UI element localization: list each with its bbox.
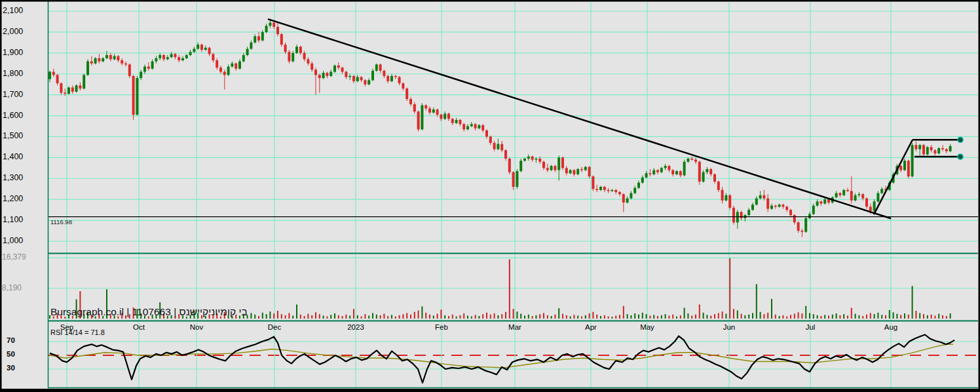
month-label: Dec: [268, 324, 281, 332]
price-axis-tick: 1,100: [3, 216, 23, 224]
price-axis-tick: 1,400: [3, 153, 23, 161]
price-axis-tick: 1,000: [3, 237, 23, 245]
volume-axis-tick: 16,379: [2, 253, 26, 261]
price-axis-tick: 1,900: [3, 49, 23, 57]
price-axis-tick: 2,000: [3, 28, 23, 36]
hline-value-label: 1116.98: [50, 219, 72, 225]
price-axis-tick: 1,500: [3, 132, 23, 140]
price-axis-tick: 1,300: [3, 174, 23, 182]
price-axis-tick: 1,800: [3, 69, 23, 78]
rsi-axis-tick: 50: [7, 351, 15, 359]
month-label: Feb: [435, 324, 448, 332]
month-label: Mar: [508, 324, 521, 332]
month-label: Aug: [884, 324, 897, 332]
chart-frame: 2,1002,0001,9001,8001,7001,6001,5001,400…: [0, 0, 980, 392]
rsi-axis-tick: 70: [7, 337, 15, 345]
month-label: Jun: [723, 324, 736, 332]
price-axis-tick: 1,700: [3, 90, 23, 99]
chart-canvas: [0, 0, 980, 392]
drawing-handle-marker[interactable]: [958, 137, 963, 142]
rsi-axis-tick: 30: [7, 364, 15, 372]
price-axis-tick: 2,100: [3, 7, 23, 15]
month-label: Nov: [190, 324, 203, 332]
price-axis-tick: 1,200: [3, 195, 23, 203]
price-axis-tick: 1,600: [3, 111, 23, 120]
rsi-indicator-label: RSI 14/14 = 71.8: [50, 329, 105, 336]
month-label: May: [640, 324, 654, 332]
month-label: Jul: [806, 324, 816, 332]
month-label: Apr: [585, 324, 597, 332]
volume-axis-tick: 8,190: [2, 284, 22, 292]
brand-text: Bursagraph.co.il | 1107663 | בי קומיוניק…: [50, 307, 248, 317]
month-label: Oct: [133, 324, 145, 332]
drawing-handle-marker[interactable]: [958, 154, 963, 159]
month-label: 2023: [347, 324, 364, 332]
